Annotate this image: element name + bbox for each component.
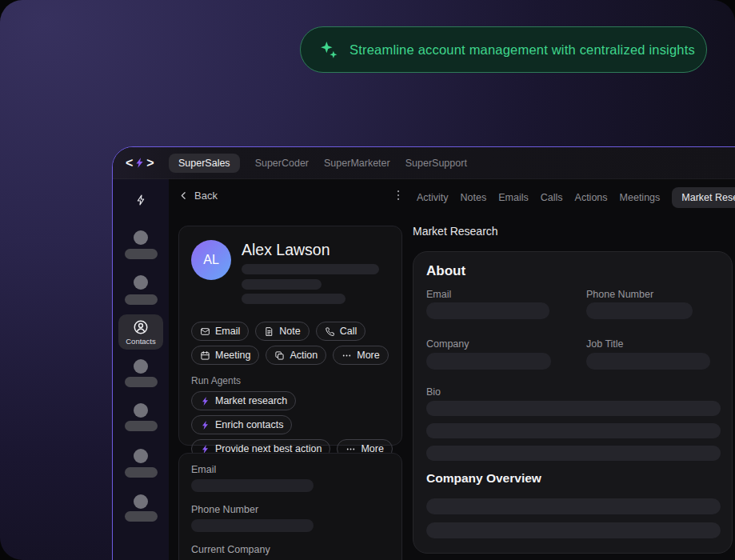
email-button-label: Email <box>215 326 240 337</box>
app-nav-tabs: SuperSales SuperCoder SuperMarketer Supe… <box>169 154 467 173</box>
avatar: AL <box>191 240 231 280</box>
bio-skeleton-line <box>426 446 721 461</box>
app-window: < > SuperSales SuperCoder SuperMarketer … <box>112 146 735 560</box>
about-email-skeleton <box>426 302 549 319</box>
nav-tab-supersupport[interactable]: SuperSupport <box>405 158 467 169</box>
about-phone-label: Phone Number <box>586 289 653 300</box>
skeleton-bar <box>125 377 158 387</box>
skeleton-bar <box>125 421 158 431</box>
app-logo: < > <box>126 156 167 170</box>
company-field-label: Current Company <box>191 544 270 555</box>
contact-name: Alex Lawson <box>242 241 330 259</box>
tab-emails[interactable]: Emails <box>498 192 529 203</box>
enrich-contacts-agent-button[interactable]: Enrich contacts <box>191 415 292 434</box>
skeleton-circle <box>134 230 148 245</box>
email-field-skeleton <box>191 479 314 492</box>
market-research-agent-button[interactable]: Market research <box>191 391 296 410</box>
agent-buttons: Market research Enrich contacts Provide … <box>191 391 393 458</box>
panel-title: Market Research <box>413 225 498 238</box>
market-research-card: About Email Phone Number Company Job Tit… <box>413 251 733 554</box>
about-phone-skeleton <box>586 302 693 319</box>
ellipsis-icon <box>342 350 352 361</box>
skeleton-bar <box>125 294 158 305</box>
contact-fields-card: Email Phone Number Current Company <box>178 453 402 560</box>
skeleton-circle <box>134 494 148 509</box>
email-button[interactable]: Email <box>191 322 249 341</box>
skeleton-circle <box>134 275 148 290</box>
nav-tab-supercoder[interactable]: SuperCoder <box>255 158 309 169</box>
note-button-label: Note <box>279 326 300 337</box>
more-actions-button[interactable]: More <box>333 346 388 365</box>
about-company-skeleton <box>426 353 551 370</box>
run-agents-label: Run Agents <box>191 375 241 386</box>
app-body: Contacts <box>113 179 735 560</box>
envelope-icon <box>200 326 210 337</box>
calendar-icon <box>200 350 210 361</box>
app-header: < > SuperSales SuperCoder SuperMarketer … <box>113 147 735 179</box>
bio-skeleton-line <box>426 423 721 438</box>
skeleton-bar <box>125 467 158 478</box>
tab-market-research[interactable]: Market Research <box>672 187 735 208</box>
bolt-icon <box>200 420 210 430</box>
sidebar-contacts-label: Contacts <box>126 337 156 346</box>
back-label: Back <box>194 190 218 202</box>
bolt-icon <box>134 194 147 206</box>
note-icon <box>264 326 274 337</box>
action-button-label: Action <box>290 350 318 361</box>
skeleton-circle <box>134 449 148 463</box>
skeleton-bar <box>125 249 158 259</box>
call-button-label: Call <box>340 326 358 337</box>
kebab-menu-icon[interactable] <box>391 188 405 202</box>
about-bio-label: Bio <box>426 386 441 398</box>
skeleton-bar <box>242 264 379 274</box>
lightning-bolt-icon <box>134 157 146 169</box>
skeleton-bar <box>242 279 322 290</box>
about-title: About <box>426 263 465 279</box>
meeting-button-label: Meeting <box>215 350 250 361</box>
market-research-agent-label: Market research <box>215 395 287 406</box>
tab-calls[interactable]: Calls <box>541 192 563 203</box>
action-button[interactable]: Action <box>266 346 326 365</box>
phone-icon <box>325 326 335 337</box>
action-copy-icon <box>274 350 285 361</box>
bolt-icon <box>200 396 210 406</box>
nav-tab-supersales[interactable]: SuperSales <box>169 154 240 173</box>
about-job-label: Job Title <box>586 338 624 350</box>
meeting-button[interactable]: Meeting <box>191 346 259 365</box>
main-content: Back AL Alex Lawson Email <box>169 179 735 560</box>
about-company-label: Company <box>426 338 469 350</box>
call-button[interactable]: Call <box>316 322 366 341</box>
skeleton-circle <box>134 403 148 418</box>
note-button[interactable]: Note <box>255 322 309 341</box>
about-email-label: Email <box>426 289 451 300</box>
skeleton-circle <box>134 359 148 374</box>
about-job-skeleton <box>586 353 710 370</box>
skeleton-bar <box>125 511 158 522</box>
back-button[interactable]: Back <box>178 190 218 202</box>
nav-tab-supermarketer[interactable]: SuperMarketer <box>324 158 390 169</box>
email-field-label: Email <box>191 464 216 475</box>
tab-meetings[interactable]: Meetings <box>620 192 661 203</box>
contact-person-icon <box>133 319 149 335</box>
tab-actions[interactable]: Actions <box>575 192 608 203</box>
chevron-left-icon <box>178 190 189 201</box>
sidebar: Contacts <box>113 179 169 560</box>
tab-activity[interactable]: Activity <box>417 192 449 203</box>
logo-left-bracket: < <box>126 156 133 170</box>
detail-tabs: Activity Notes Emails Calls Actions Meet… <box>417 179 735 216</box>
company-overview-skeleton-line <box>426 522 721 538</box>
more-actions-label: More <box>357 350 379 361</box>
phone-field-label: Phone Number <box>191 504 258 515</box>
enrich-contacts-agent-label: Enrich contacts <box>215 419 283 430</box>
screenshot-stage: Streamline account management with centr… <box>0 0 735 560</box>
logo-right-bracket: > <box>146 156 154 170</box>
sidebar-item-contacts[interactable]: Contacts <box>118 314 163 350</box>
contact-profile-card: AL Alex Lawson Email Note <box>178 226 402 446</box>
sparkles-icon <box>318 39 340 61</box>
company-overview-title: Company Overview <box>426 471 541 486</box>
bio-skeleton-line <box>426 401 721 416</box>
tab-notes[interactable]: Notes <box>461 192 487 203</box>
skeleton-bar <box>242 294 346 304</box>
banner-text: Streamline account management with centr… <box>350 42 695 58</box>
company-overview-skeleton-line <box>426 498 721 514</box>
